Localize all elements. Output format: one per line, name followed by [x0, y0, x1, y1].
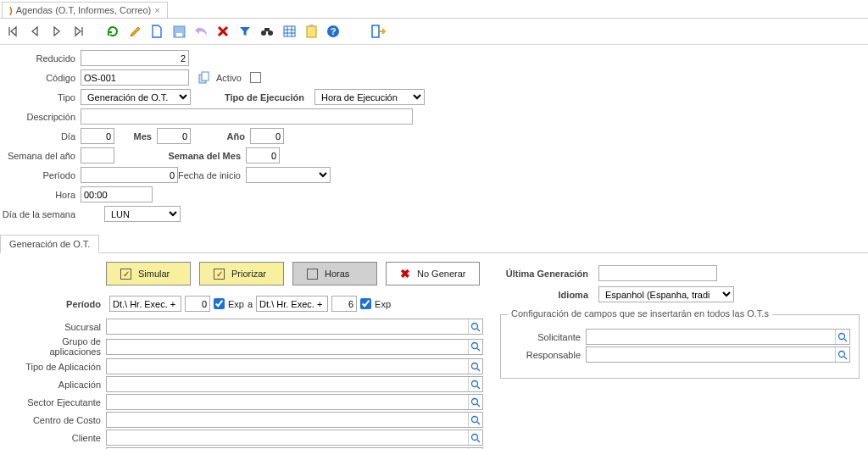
lookup-input[interactable] [106, 358, 483, 374]
refresh-icon[interactable] [105, 24, 120, 39]
codigo-field[interactable] [81, 69, 189, 86]
periodo-field[interactable] [81, 167, 178, 183]
cross-icon: ✖ [400, 267, 410, 280]
svg-rect-5 [284, 26, 295, 36]
periodo-to-field[interactable] [331, 296, 357, 312]
copy-icon[interactable] [198, 71, 211, 85]
periodo-unit-to[interactable] [256, 296, 328, 312]
help-icon[interactable]: ? [326, 24, 341, 39]
responsable-field[interactable] [587, 347, 835, 362]
search-icon[interactable] [835, 347, 849, 362]
exp1-checkbox[interactable] [214, 298, 225, 309]
sub-tab-bar: Generación de O.T. [0, 234, 868, 253]
activo-checkbox[interactable] [250, 72, 261, 83]
lookup-field[interactable] [107, 377, 468, 391]
delete-icon[interactable] [215, 24, 231, 39]
action-button-row: Simular Priorizar Horas ✖No Generar [8, 262, 483, 285]
ano-field[interactable] [250, 128, 284, 144]
hora-field[interactable] [81, 186, 153, 202]
prev-icon[interactable] [27, 24, 42, 39]
ano-label: Año [191, 131, 250, 141]
ultima-gen-label: Última Generación [500, 269, 593, 279]
search-icon[interactable] [468, 395, 482, 409]
warning-icon: ) [9, 5, 13, 15]
priorizar-button[interactable]: Priorizar [199, 262, 284, 285]
semana-ano-field[interactable] [81, 147, 114, 164]
app-tab[interactable]: ) Agendas (O.T, Informes, Correo) × [2, 2, 168, 18]
dia-semana-label: Día de la semana [0, 209, 81, 219]
filter-icon[interactable] [237, 24, 253, 39]
lookup-field[interactable] [107, 319, 468, 334]
tipo-ejecucion-select[interactable]: Hora de Ejecución [314, 89, 425, 105]
exit-icon[interactable] [371, 24, 387, 39]
dia-label: Día [0, 131, 81, 141]
svg-point-18 [472, 416, 478, 422]
clipboard-icon[interactable] [303, 24, 319, 39]
next-icon[interactable] [49, 24, 64, 39]
search-icon[interactable] [835, 330, 849, 344]
tab-generacion[interactable]: Generación de O.T. [0, 235, 99, 253]
grid-icon[interactable] [281, 24, 297, 39]
lookup-input[interactable] [106, 376, 483, 392]
lookup-input[interactable] [106, 412, 483, 428]
simular-button[interactable]: Simular [106, 262, 191, 285]
periodo-unit-from[interactable] [109, 296, 181, 312]
reducido-field[interactable] [81, 50, 189, 66]
edit-icon[interactable] [127, 24, 142, 39]
no-generar-button[interactable]: ✖No Generar [386, 262, 480, 285]
search-icon[interactable] [468, 319, 482, 334]
fecha-inicio-select[interactable] [246, 167, 331, 183]
form-area: Reducido Código Activo Tipo Generación d… [0, 45, 868, 230]
binoculars-icon[interactable] [259, 24, 275, 39]
idioma-select[interactable]: Espanhol (Espanha, tradi [598, 286, 734, 302]
semana-mes-field[interactable] [246, 147, 280, 164]
svg-rect-1 [176, 33, 182, 36]
ultima-gen-field[interactable] [598, 265, 717, 281]
hora-label: Hora [0, 190, 81, 200]
a-label: a [248, 299, 253, 309]
descripcion-field[interactable] [81, 108, 413, 125]
lookup-field[interactable] [107, 340, 468, 354]
svg-text:?: ? [331, 26, 337, 36]
search-icon[interactable] [468, 377, 482, 391]
last-icon[interactable] [71, 24, 86, 39]
tipo-label: Tipo [0, 92, 81, 103]
exp2-checkbox[interactable] [360, 298, 371, 309]
solicitante-field[interactable] [587, 330, 835, 344]
lookup-field[interactable] [107, 413, 468, 427]
lookup-label: Centro de Costo [8, 415, 106, 425]
lookup-field[interactable] [107, 430, 468, 445]
responsable-lookup[interactable] [586, 346, 850, 363]
codigo-label: Código [0, 73, 81, 83]
new-icon[interactable] [149, 24, 164, 39]
horas-button[interactable]: Horas [292, 262, 377, 285]
lookup-input[interactable] [106, 319, 483, 335]
tipo-select[interactable]: Generación de O.T. [81, 89, 191, 105]
first-icon[interactable] [5, 24, 20, 39]
tab-title: Agendas (O.T, Informes, Correo) [16, 5, 152, 15]
search-icon[interactable] [468, 430, 482, 445]
undo-icon[interactable] [193, 24, 209, 39]
close-icon[interactable]: × [154, 5, 159, 15]
search-icon[interactable] [468, 413, 482, 427]
gen-periodo-label: Período [8, 299, 106, 309]
lookup-field[interactable] [107, 395, 468, 409]
svg-point-13 [472, 323, 478, 329]
save-icon[interactable] [171, 24, 186, 39]
lookup-input[interactable] [106, 430, 483, 446]
dia-field[interactable] [81, 128, 114, 144]
periodo-from-field[interactable] [185, 296, 210, 312]
svg-point-17 [472, 398, 478, 404]
dia-semana-select[interactable]: LUN [104, 206, 181, 222]
mes-field[interactable] [157, 128, 191, 144]
lookup-row: Centro de Costo [8, 412, 483, 428]
svg-point-16 [472, 380, 478, 386]
lookup-field[interactable] [107, 359, 468, 374]
search-icon[interactable] [468, 359, 482, 374]
solicitante-label: Solicitante [509, 332, 586, 342]
solicitante-lookup[interactable] [586, 329, 850, 345]
lookup-label: Grupo de aplicaciones [8, 336, 106, 357]
search-icon[interactable] [468, 340, 482, 354]
lookup-input[interactable] [106, 339, 483, 355]
lookup-input[interactable] [106, 394, 483, 410]
